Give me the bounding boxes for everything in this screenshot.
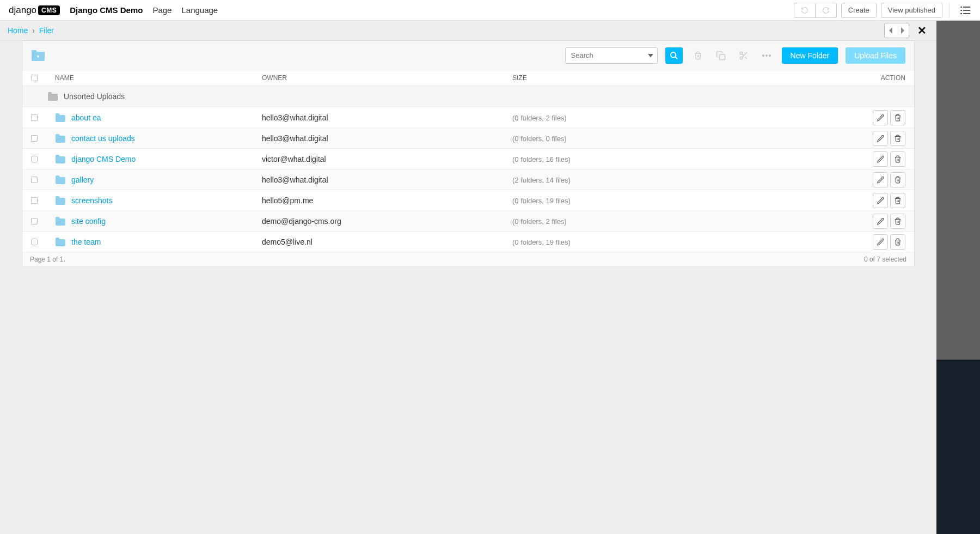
topbar-separator: [949, 3, 950, 18]
undo-icon: [801, 7, 808, 14]
nav-page[interactable]: Page: [152, 5, 171, 15]
list-icon: [960, 6, 970, 15]
nav-language[interactable]: Language: [181, 5, 218, 15]
sidebar-toggle-button[interactable]: [956, 1, 975, 20]
logo[interactable]: django CMS: [9, 5, 60, 16]
redo-button[interactable]: [816, 3, 837, 18]
svg-rect-1: [963, 7, 970, 8]
logo-text: django: [9, 5, 36, 16]
create-button[interactable]: Create: [841, 3, 877, 18]
svg-rect-5: [963, 13, 970, 14]
undo-button[interactable]: [794, 3, 816, 18]
svg-rect-0: [960, 7, 962, 8]
svg-rect-4: [960, 13, 962, 14]
view-published-button[interactable]: View published: [881, 3, 942, 18]
site-title[interactable]: Django CMS Demo: [70, 5, 143, 15]
svg-rect-2: [960, 10, 962, 11]
logo-badge: CMS: [38, 5, 60, 15]
svg-rect-3: [963, 10, 970, 11]
redo-icon: [822, 7, 830, 14]
topbar: django CMS Django CMS Demo Page Language…: [0, 0, 980, 21]
